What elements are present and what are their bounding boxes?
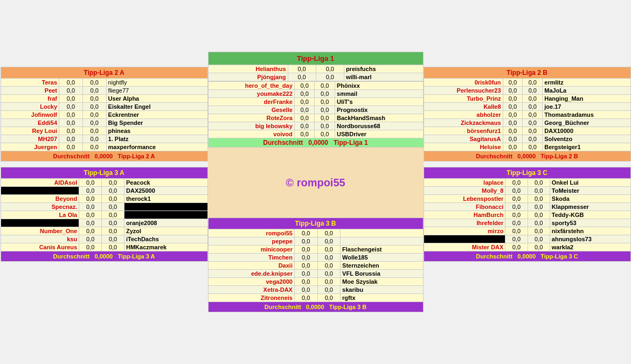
table-cell: 0,0 [59,79,83,87]
table-cell: rompoi55 [208,229,294,237]
table-cell: AIDAsol [1,179,79,187]
table-cell: Lebenspostler [424,195,505,203]
table-cell: 0,0 [294,114,315,122]
table-cell: 0,0 [82,143,106,151]
table-cell: 0,0 [503,127,523,135]
table-cell: phineas [106,127,207,135]
table-cell: 0,0 [59,119,83,127]
table-cell: 0,0 [82,111,106,119]
table-cell: Xetra-DAX [208,286,294,294]
left-column: Tipp-Liga 2 A Teras 0,0 0,0 nightfly Pee… [1,52,208,312]
table-cell: 0,0 [315,98,335,106]
table-cell: 0,0 [294,254,317,262]
liga3c-table: Tipp-Liga 3 C laplace 0,0 0,0 Onkel Lui … [424,167,631,262]
table-cell: 0,0 [82,103,106,111]
table-cell: 0risk0fun [424,79,503,87]
table-cell: Zickzackmaus [424,119,503,127]
table-cell: nightfly [106,79,207,87]
table-cell: 0,0 [79,195,102,203]
liga2a-table: Tipp-Liga 2 A Teras 0,0 0,0 nightfly Pee… [1,67,208,162]
table-cell: 0,0 [528,195,550,203]
liga3a-table: Tipp-Liga 3 A AIDAsol 0,0 0,0 Peacock 0,… [1,167,208,262]
table-cell [1,187,79,195]
table-cell: 0,0 [294,294,317,302]
table-cell: 0,0 [294,82,315,90]
table-cell: 0,0 [59,95,83,103]
table-cell: 0,0 [59,127,83,135]
table-cell: 0,0 [294,98,315,106]
table-cell: minicooper [208,246,294,254]
table-cell: 0,0 [317,270,341,278]
table-cell: Prognostix [335,106,423,114]
table-cell: 0,0 [523,135,543,143]
table-cell: 0,0 [528,219,550,227]
table-cell: 0,0 [79,219,102,227]
table-cell: Phönixx [335,82,423,90]
table-cell: iTechDachs [124,235,208,243]
table-cell: 0,0 [317,278,341,286]
table-cell: 0,0 [79,211,102,219]
liga3b-header: Tipp-Liga 3 B [208,218,423,229]
table-cell: 0,0 [505,179,528,187]
liga3c-footer: Durchschnitt 0,0000 Tipp-Liga 3 C [424,251,630,262]
table-cell: 0,0 [102,227,124,235]
table-cell: HMKaczmarek [124,243,208,251]
table-cell: Thomastradamus [543,111,630,119]
table-cell: laplace [424,179,505,187]
table-cell: ToMeister [550,187,630,195]
table-cell: Perlensucher23 [424,87,503,95]
main-container: Tipp-Liga 2 A Teras 0,0 0,0 nightfly Pee… [1,52,631,312]
table-cell: 0,0 [528,211,550,219]
liga3b-footer: Durchschnitt 0,0000 Tipp-Liga 3 B [208,302,423,312]
table-cell: fliege77 [106,87,207,95]
table-cell: 0,0 [294,278,317,286]
table-cell: 0,0 [523,95,543,103]
table-cell: Helianthus [208,65,288,73]
table-cell: Beyond [1,195,79,203]
table-cell: nixfärstehn [550,227,630,235]
table-cell: fraf [1,95,59,103]
table-cell: 0,0 [79,243,102,251]
table-cell: 0,0 [523,127,543,135]
liga2b-header: Tipp-Liga 2 B [424,67,630,79]
table-cell: Geselle [208,106,294,114]
table-cell: 0,0 [315,114,335,122]
table-cell: Rey Loui [1,127,59,135]
table-cell: 0,0 [503,135,523,143]
table-cell: 0,0 [505,235,528,243]
table-cell: 0,0 [317,229,341,237]
table-cell: 0,0 [294,246,317,254]
table-cell: Zyzol [124,227,208,235]
table-cell: 0,0 [315,82,335,90]
table-cell: 0,0 [294,106,315,114]
table-cell: 0,0 [505,187,528,195]
table-cell: 0,0 [505,243,528,251]
table-cell: 0,0 [503,111,523,119]
table-cell: Kalle8 [424,103,503,111]
table-cell: 0,0 [102,203,124,211]
liga1-header: Tipp-Liga 1 [208,52,423,65]
table-cell: 0,0 [528,235,550,243]
table-cell: Jofinwolf [1,111,59,119]
table-cell: 0,0 [102,179,124,187]
table-cell: preisfuchs [344,65,423,73]
table-cell [424,235,505,243]
table-cell: 0,0 [523,103,543,111]
table-cell: rgftx [341,294,423,302]
table-cell: ksu [1,235,79,243]
table-cell: therock1 [124,195,208,203]
table-cell: 0,0 [528,243,550,251]
table-cell: 0,0 [288,73,316,81]
table-cell: 0,0 [79,187,102,195]
table-cell: pepepe [208,237,294,246]
table-cell: Flaschengeist [341,246,423,254]
liga2a-header: Tipp-Liga 2 A [1,67,207,79]
table-cell: youmake222 [208,90,294,98]
table-cell: DAX25000 [124,187,208,195]
table-cell: HamBurch [424,211,505,219]
table-cell: 0,0 [503,143,523,151]
table-cell: 0,0 [503,95,523,103]
table-cell: sporty53 [550,219,630,227]
table-cell: 0,0 [59,111,83,119]
table-cell: 0,0 [294,229,317,237]
